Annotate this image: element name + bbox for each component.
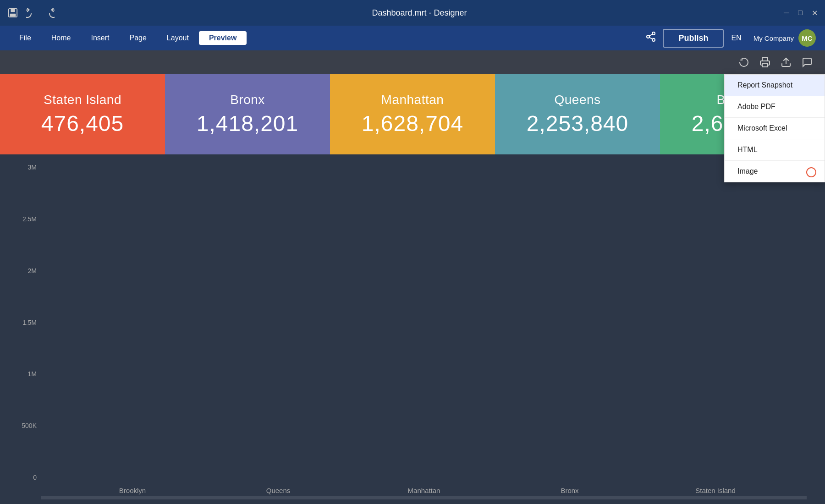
share-button[interactable] bbox=[639, 28, 663, 48]
x-axis-label: Staten Island bbox=[643, 487, 788, 494]
dropdown-adobe-pdf[interactable]: Adobe PDF bbox=[725, 96, 825, 118]
y-axis-label: 3M bbox=[18, 164, 41, 171]
window-controls: ─ □ ✕ bbox=[784, 9, 818, 17]
menu-file[interactable]: File bbox=[9, 31, 41, 45]
svg-line-6 bbox=[649, 38, 653, 39]
x-axis-label: Bronx bbox=[497, 487, 643, 494]
window-title: Dashboard.mrt - Designer bbox=[55, 8, 784, 18]
dropdown-image[interactable]: Image bbox=[725, 161, 825, 182]
menu-insert[interactable]: Insert bbox=[81, 31, 119, 45]
toolbar-refresh-icon[interactable] bbox=[735, 54, 753, 71]
svg-rect-1 bbox=[11, 9, 15, 12]
language-selector[interactable]: EN bbox=[724, 31, 748, 45]
stat-card-name: Staten Island bbox=[44, 93, 121, 107]
stat-card-queens[interactable]: Queens 2,253,840 bbox=[495, 74, 660, 154]
menu-bar: File Home Insert Page Layout Preview Pub… bbox=[0, 26, 825, 50]
menu-layout[interactable]: Layout bbox=[157, 31, 199, 45]
user-avatar[interactable]: MC bbox=[798, 29, 816, 47]
y-axis-label: 500K bbox=[18, 422, 41, 429]
y-axis-label: 0 bbox=[18, 474, 41, 481]
company-name: My Company bbox=[749, 34, 798, 42]
x-labels: BrooklynQueensManhattanBronxStaten Islan… bbox=[41, 481, 807, 499]
y-axis-label: 1.5M bbox=[18, 319, 41, 326]
toolbar-print-icon[interactable] bbox=[756, 54, 774, 71]
stat-card-value: 1,628,704 bbox=[362, 111, 464, 136]
svg-line-7 bbox=[649, 34, 653, 36]
stat-card-name: Manhattan bbox=[381, 93, 444, 107]
stat-cards-row: Staten Island 476,405 Bronx 1,418,201 Ma… bbox=[0, 74, 825, 154]
y-axis-label: 2.5M bbox=[18, 215, 41, 223]
svg-rect-2 bbox=[10, 14, 16, 16]
menu-home[interactable]: Home bbox=[41, 31, 81, 45]
dropdown-report-snapshot[interactable]: Report Snapshot bbox=[725, 75, 825, 96]
toolbar-row: Report Snapshot Adobe PDF Microsoft Exce… bbox=[0, 50, 825, 74]
stat-card-name: Queens bbox=[554, 93, 600, 107]
stat-card-value: 2,253,840 bbox=[527, 111, 629, 136]
stat-card-bronx[interactable]: Bronx 1,418,201 bbox=[165, 74, 330, 154]
y-axis-label: 1M bbox=[18, 370, 41, 378]
stat-card-staten-island[interactable]: Staten Island 476,405 bbox=[0, 74, 165, 154]
y-axis: 0500K1M1.5M2M2.5M3M bbox=[18, 164, 41, 499]
x-axis-label: Brooklyn bbox=[60, 487, 205, 494]
maximize-icon[interactable]: □ bbox=[798, 9, 803, 17]
redo-icon[interactable] bbox=[44, 7, 55, 18]
publish-button[interactable]: Publish bbox=[663, 29, 724, 48]
dropdown-html[interactable]: HTML bbox=[725, 139, 825, 161]
y-axis-label: 2M bbox=[18, 267, 41, 274]
title-bar: Dashboard.mrt - Designer ─ □ ✕ bbox=[0, 0, 825, 26]
stat-card-manhattan[interactable]: Manhattan 1,628,704 bbox=[330, 74, 495, 154]
chart-area: 0500K1M1.5M2M2.5M3M BrooklynQueensManhat… bbox=[0, 154, 825, 504]
menu-preview[interactable]: Preview bbox=[199, 31, 247, 45]
stat-card-value: 1,418,201 bbox=[197, 111, 299, 136]
undo-icon[interactable] bbox=[26, 7, 37, 18]
toolbar-comment-icon[interactable] bbox=[798, 54, 816, 71]
x-axis-label: Manhattan bbox=[351, 487, 497, 494]
x-axis-label: Queens bbox=[205, 487, 351, 494]
dropdown-microsoft-excel[interactable]: Microsoft Excel bbox=[725, 118, 825, 139]
close-icon[interactable]: ✕ bbox=[812, 9, 818, 17]
menu-page[interactable]: Page bbox=[119, 31, 156, 45]
toolbar-export-icon[interactable] bbox=[777, 54, 795, 71]
title-bar-left-icons bbox=[7, 7, 55, 18]
minimize-icon[interactable]: ─ bbox=[784, 9, 789, 17]
svg-rect-8 bbox=[762, 63, 768, 67]
stat-card-name: Bronx bbox=[230, 93, 265, 107]
stat-card-value: 476,405 bbox=[41, 111, 124, 136]
save-icon[interactable] bbox=[7, 7, 18, 18]
main-content: Staten Island 476,405 Bronx 1,418,201 Ma… bbox=[0, 74, 825, 504]
export-dropdown: Report Snapshot Adobe PDF Microsoft Exce… bbox=[724, 74, 825, 182]
